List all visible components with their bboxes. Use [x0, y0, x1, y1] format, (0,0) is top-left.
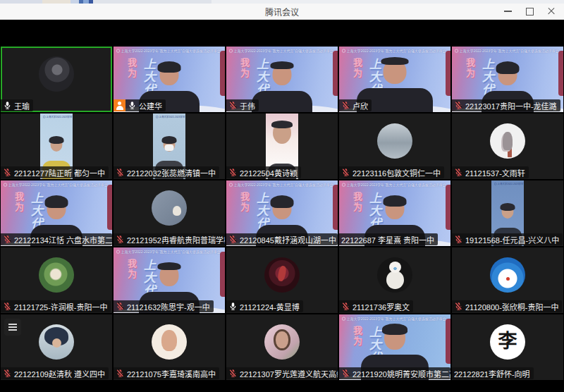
- participant-label: 21120800-张欣桐-贵阳一中: [452, 300, 562, 312]
- event-banner-text: 上海大学2022-2023学年“我为上大代言”自强大使选拔活动评审会: [156, 115, 185, 118]
- participant-name: 22121277陆正昕 都匀一中: [14, 167, 105, 178]
- participant-tile[interactable]: 上海大学2022-2023学年“我为上大代言”自强大使选拔活动评审会 我为 上大…: [452, 47, 563, 112]
- avatar: 李: [490, 324, 525, 360]
- participant-name: 22122134江恬 六盘水市第二中: [14, 234, 112, 245]
- tile-footer: 公建华: [114, 99, 166, 111]
- participant-tile[interactable]: 上海大学2022-2023学年“我为上大代言”自强大使选拔活动评审会 我为 上大…: [339, 47, 450, 112]
- participant-name: 22122687 李星熹 贵阳一中: [341, 234, 434, 245]
- participant-tile[interactable]: 21121736罗奥文: [339, 247, 450, 313]
- participant-label: 21121224-黄显博: [226, 300, 303, 312]
- participant-label: 22122109赵清秋 遵义四中: [1, 367, 109, 379]
- avatar: [39, 257, 74, 293]
- participant-name: 王瑜: [14, 100, 30, 111]
- participant-tile[interactable]: 22121075李嘉琦溪南高中: [114, 314, 225, 380]
- participant-tile[interactable]: 上海大学2022-2023学年“我为上大代言”自强大使选拔活动评审会 我为 上大…: [114, 247, 225, 313]
- participant-name: 22123116包敦文铜仁一中: [352, 167, 441, 178]
- tile-footer: 22122821李舒怀-向明: [452, 367, 534, 379]
- tile-footer: 21121224-黄显博: [226, 300, 303, 312]
- mic-icon: [341, 369, 350, 378]
- participant-name: 22122032张蕊燃清镇一中: [127, 167, 216, 178]
- event-banner-text: 上海大学2022-2023学年“我为上大代言”自强大使选拔活动评审会: [342, 48, 450, 53]
- participant-label: 22121952冉睿航贵阳普瑞学校: [114, 233, 225, 245]
- participant-tile[interactable]: 22123116包敦文铜仁一中: [339, 114, 450, 179]
- participant-tile[interactable]: 上海大学2022-2023学年“我为上大代言”自强大使选拔活动评审会 我为 上大…: [114, 47, 225, 112]
- participant-label: 于伟: [226, 99, 259, 111]
- participant-tile[interactable]: 李 22122821李舒怀-向明: [452, 314, 563, 380]
- minimize-icon[interactable]: [497, 4, 519, 19]
- participant-tile[interactable]: 21121537-文雨轩: [452, 114, 563, 179]
- participant-name: 21121725-许润根-贵阳一中: [14, 301, 107, 312]
- mic-icon: [116, 168, 125, 177]
- participant-tile[interactable]: 上海大学2022-2023学年“我为上大代言”自强大使选拔活动评审会 我为 上大…: [226, 180, 338, 246]
- participant-label: 22123017贵阳一中-龙佳潞: [452, 99, 560, 111]
- mic-icon: [341, 101, 350, 110]
- participant-name: 22122504黄诗颖: [240, 167, 298, 178]
- participant-label: 22121307罗光莲遵义航天高级: [226, 367, 338, 379]
- view-layout-button[interactable]: [4, 319, 21, 336]
- event-banner-text: 上海大学2022-2023学年“我为上大代言”自强大使选拔活动评审会: [116, 48, 225, 53]
- participant-label: 22122687 李星熹 贵阳一中: [339, 233, 438, 245]
- event-banner-text: 上海大学2022-2023学年“我为上大代言”自强大使选拔活动评审会: [116, 249, 225, 254]
- mic-icon: [228, 235, 238, 244]
- participant-tile[interactable]: 上海大学2022-2023学年“我为上大代言”自强大使选拔活动评审会: [452, 180, 563, 246]
- mic-icon: [128, 101, 137, 110]
- participant-tile[interactable]: 22121307罗光莲遵义航天高级: [226, 314, 338, 380]
- avatar: [377, 123, 412, 159]
- tile-footer: 22123017贵阳一中-龙佳潞: [452, 99, 560, 111]
- participant-name: 21121537-文雨轩: [465, 167, 525, 178]
- avatar: [490, 257, 525, 293]
- participant-tile[interactable]: 上海大学2022-2023学年“我为上大代言”自强大使选拔活动评审会: [1, 114, 112, 179]
- meeting-content: 王瑜 上海大学2022-2023学年“我为上大代言”自强大使选拔活动评审会 我为…: [0, 20, 564, 392]
- avatar: [39, 56, 74, 92]
- tile-footer: 22121920姚明菁安顺市第二高: [339, 367, 450, 379]
- participant-name: 22121952冉睿航贵阳普瑞学校: [127, 234, 225, 245]
- participant-tile[interactable]: 上海大学2022-2023学年“我为上大代言”自强大使选拔活动评审会: [226, 114, 338, 179]
- event-banner-text: 上海大学2022-2023学年“我为上大代言”自强大使选拔活动评审会: [342, 316, 450, 321]
- participant-tile[interactable]: 21121725-许润根-贵阳一中: [1, 247, 112, 313]
- participant-label: 22122032张蕊燃清镇一中: [114, 166, 219, 178]
- close-icon[interactable]: [541, 4, 563, 19]
- avatar: [152, 190, 187, 226]
- participant-tile[interactable]: 上海大学2022-2023学年“我为上大代言”自强大使选拔活动评审会 我为 上大…: [339, 314, 450, 380]
- participant-name: 21121736罗奥文: [352, 301, 410, 312]
- mic-icon: [454, 235, 463, 244]
- event-banner-text: 上海大学2022-2023学年“我为上大代言”自强大使选拔活动评审会: [342, 182, 450, 187]
- mic-icon: [3, 168, 12, 177]
- participant-label: 22120845戴抒涵观山湖一中: [226, 233, 338, 245]
- tile-footer: 22122109赵清秋 遵义四中: [1, 367, 109, 379]
- tile-footer: 22122687 李星熹 贵阳一中: [339, 233, 438, 245]
- tile-footer: 22123116包敦文铜仁一中: [339, 166, 444, 178]
- avatar: [152, 324, 187, 360]
- participant-tile[interactable]: 22121952冉睿航贵阳普瑞学校: [114, 180, 225, 246]
- participant-tile[interactable]: 上海大学2022-2023学年“我为上大代言”自强大使选拔活动评审会 我为 上大…: [339, 180, 450, 246]
- event-banner-text: 上海大学2022-2023学年“我为上大代言”自强大使选拔活动评审会: [229, 48, 338, 53]
- tencent-meeting-window: 腾讯会议: [0, 0, 564, 392]
- event-banner-text: 上海大学2022-2023学年“我为上大代言”自强大使选拔活动评审会: [4, 182, 112, 187]
- participant-name: 21120800-张欣桐-贵阳一中: [465, 301, 558, 312]
- maximize-icon[interactable]: [519, 4, 541, 19]
- participant-tile[interactable]: 上海大学2022-2023学年“我为上大代言”自强大使选拔活动评审会 我为 上大…: [1, 180, 112, 246]
- participant-tile[interactable]: 上海大学2022-2023学年“我为上大代言”自强大使选拔活动评审会 我为 上大…: [226, 47, 338, 112]
- titlebar[interactable]: 腾讯会议: [0, 4, 564, 20]
- participant-label: 22121075李嘉琦溪南高中: [114, 367, 219, 379]
- mic-icon: [454, 302, 463, 311]
- avatar: [39, 324, 74, 360]
- participant-name: 21121224-黄显博: [240, 301, 300, 312]
- mic-icon: [454, 101, 463, 110]
- window-controls: [497, 4, 563, 19]
- tile-footer: 22122032张蕊燃清镇一中: [114, 166, 219, 178]
- participant-name: 19121568-任元昌-兴义八中: [465, 234, 559, 245]
- avatar: [377, 257, 412, 293]
- mic-icon: [228, 101, 238, 110]
- mic-icon: [341, 168, 350, 177]
- participant-tile[interactable]: 王瑜: [1, 47, 112, 112]
- participant-label: 王瑜: [1, 99, 33, 111]
- tile-footer: 王瑜: [1, 99, 33, 111]
- mic-icon: [3, 302, 12, 311]
- participant-tile[interactable]: 21121224-黄显博: [226, 247, 338, 313]
- mic-icon: [454, 168, 463, 177]
- participant-tile[interactable]: 21120800-张欣桐-贵阳一中: [452, 247, 563, 313]
- mic-icon: [3, 235, 12, 244]
- participant-tile[interactable]: 上海大学2022-2023学年“我为上大代言”自强大使选拔活动评审会: [114, 114, 225, 179]
- tile-footer: 22122134江恬 六盘水市第二中: [1, 233, 112, 245]
